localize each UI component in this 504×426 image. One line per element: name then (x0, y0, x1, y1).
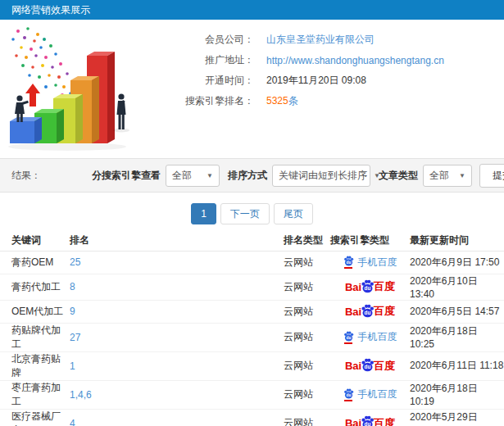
baidu-logo-cn: 百度 (374, 359, 395, 374)
table-row: 膏药OEM 25 云网站 du 手机百度 Bai (0, 251, 504, 274)
baidu-logo-bai: Bai (345, 360, 361, 372)
ranking-count[interactable]: 5325条 (266, 94, 298, 108)
info-row-company: 会员公司： 山东皇圣堂药业有限公司 (157, 29, 444, 50)
sort-select-value: 关键词由短到长排序 (279, 169, 367, 183)
engine-select[interactable]: 全部 ▼ (166, 165, 220, 187)
baidu-red-underline (344, 400, 352, 401)
baidu-paw-icon: du (361, 304, 375, 318)
baidu-paw-icon: du (361, 358, 375, 372)
open-time-label: 开通时间： (157, 74, 254, 88)
table-row: 膏药代加工 8 云网站 du 手机百度 Bai (0, 274, 504, 300)
sort-select[interactable]: 关键词由短到长排序 ▼ (272, 165, 370, 187)
rank-link[interactable]: 25 (70, 256, 80, 268)
growth-chart-illustration (0, 20, 157, 155)
bar-blue (10, 117, 42, 143)
company-link[interactable]: 山东皇圣堂药业有限公司 (266, 33, 375, 47)
baidu-logo: Bai du 百度 (345, 304, 395, 320)
baidu-du-text: du (346, 393, 351, 397)
baidu-du-text: du (365, 421, 371, 426)
updated-cell: 2020年6月9日 17:50 (410, 251, 504, 274)
table-head-row: 关键词排名排名类型搜索引擎类型最新更新时间 (0, 230, 504, 251)
baidu-du-text: du (346, 336, 351, 340)
app-header: 网络营销效果展示 (0, 0, 504, 20)
promotion-url-link[interactable]: http://www.shandonghuangshengtang.cn (266, 55, 444, 66)
baidu-logo: Bai du 百度 (345, 415, 395, 426)
rank-link[interactable]: 1,4,6 (70, 389, 92, 401)
rank-link[interactable]: 1 (70, 360, 75, 372)
mobile-baidu-link[interactable]: 手机百度 (358, 256, 397, 270)
businessman-right (113, 93, 129, 132)
baidu-logo-cn: 百度 (374, 416, 395, 426)
baidu-logo-cn: 百度 (374, 304, 395, 319)
rank-link[interactable]: 4 (70, 418, 75, 426)
open-time-value: 2019年11月20日 09:08 (266, 74, 366, 88)
top-section: 会员公司： 山东皇圣堂药业有限公司 推广地址： http://www.shand… (0, 20, 504, 155)
ranking-count-suffix: 条 (288, 95, 298, 106)
engine-view-label: 分搜索引擎查看 (92, 169, 161, 183)
rank-type-cell: 云网站 (284, 300, 330, 323)
mobile-baidu-engine: du 手机百度 (343, 256, 397, 270)
keyword-cell: 枣庄膏药加工 (0, 380, 70, 409)
table-row: 医疗器械厂家 4 云网站 du 手机百度 Bai (0, 409, 504, 426)
keyword-cell: 药贴牌代加工 (0, 323, 70, 351)
updated-cell: 2020年6月5日 14:57 (410, 300, 504, 323)
table-row: 药贴牌代加工 27 云网站 du 手机百度 Bai (0, 323, 504, 351)
baidu-logo-bai: Bai (345, 306, 361, 318)
bar-chart-graphic (3, 25, 149, 152)
baidu-logo-bai: Bai (345, 417, 361, 426)
promotion-url-label: 推广地址： (157, 53, 254, 67)
page-title: 网络营销效果展示 (11, 3, 90, 17)
article-type-select-value: 全部 (429, 169, 449, 183)
column-header: 最新更新时间 (410, 230, 504, 251)
mobile-baidu-link[interactable]: 手机百度 (358, 330, 397, 344)
keyword-cell: 膏药OEM (0, 251, 70, 274)
rank-type-cell: 云网站 (284, 409, 330, 426)
next-page-button[interactable]: 下一页 (220, 203, 270, 224)
column-header: 关键词 (0, 230, 70, 251)
baidu-paw-icon: du (361, 415, 375, 426)
pagination: 1 下一页 尾页 (0, 203, 504, 224)
filter-bar: 结果： 分搜索引擎查看 全部 ▼ 排序方式 关键词由短到长排序 ▼ 文章类型 全… (0, 158, 504, 193)
keyword-cell: 膏药代加工 (0, 274, 70, 300)
article-type-label: 文章类型 (379, 169, 418, 183)
article-type-select[interactable]: 全部 ▼ (423, 165, 472, 187)
keyword-cell: 北京膏药贴牌 (0, 351, 70, 380)
baidu-paw-icon: du (361, 279, 375, 293)
column-header: 排名 (70, 230, 284, 251)
page-button-current[interactable]: 1 (191, 203, 216, 224)
result-label: 结果： (11, 169, 41, 183)
rank-link[interactable]: 27 (70, 332, 80, 343)
baidu-du-text: du (365, 310, 371, 315)
table-row: 枣庄膏药加工 1,4,6 云网站 du 手机百度 Bai (0, 380, 504, 409)
baidu-red-underline (344, 342, 352, 344)
info-row-ranking-count: 搜索引擎排名： 5325条 (157, 91, 444, 111)
last-page-button[interactable]: 尾页 (274, 203, 313, 224)
rank-type-cell: 云网站 (284, 323, 330, 351)
keyword-cell: 医疗器械厂家 (0, 409, 70, 426)
submit-button[interactable]: 提交 (479, 164, 504, 188)
rank-link[interactable]: 8 (70, 281, 75, 292)
rank-link[interactable]: 9 (70, 306, 75, 317)
updated-cell: 2020年6月18日 10:19 (410, 380, 504, 409)
rank-type-cell: 云网站 (284, 274, 330, 300)
results-table: 关键词排名排名类型搜索引擎类型最新更新时间 膏药OEM 25 云网站 du 手机… (0, 230, 504, 426)
company-label: 会员公司： (157, 33, 254, 47)
info-panel: 会员公司： 山东皇圣堂药业有限公司 推广地址： http://www.shand… (157, 20, 444, 155)
baidu-du-text: du (346, 261, 351, 265)
baidu-logo: Bai du 百度 (345, 358, 395, 374)
column-header: 搜索引擎类型 (330, 230, 410, 251)
table-row: OEM代加工 9 云网站 du 手机百度 Bai (0, 300, 504, 323)
filter-controls: 分搜索引擎查看 全部 ▼ 排序方式 关键词由短到长排序 ▼ 文章类型 全部 ▼ … (84, 164, 504, 188)
rank-type-cell: 云网站 (284, 251, 330, 274)
chevron-down-icon: ▼ (459, 172, 465, 179)
mobile-baidu-icon: du (343, 331, 354, 344)
column-header: 排名类型 (284, 230, 330, 251)
updated-cell: 2020年5月29日 10:32 (410, 409, 504, 426)
baidu-logo: Bai du 百度 (345, 279, 395, 295)
mobile-baidu-icon: du (343, 388, 354, 401)
info-row-url: 推广地址： http://www.shandonghuangshengtang.… (157, 50, 444, 70)
mobile-baidu-link[interactable]: 手机百度 (358, 387, 397, 401)
baidu-red-underline (344, 267, 352, 269)
keyword-cell: OEM代加工 (0, 300, 70, 323)
baidu-logo-bai: Bai (345, 281, 361, 293)
